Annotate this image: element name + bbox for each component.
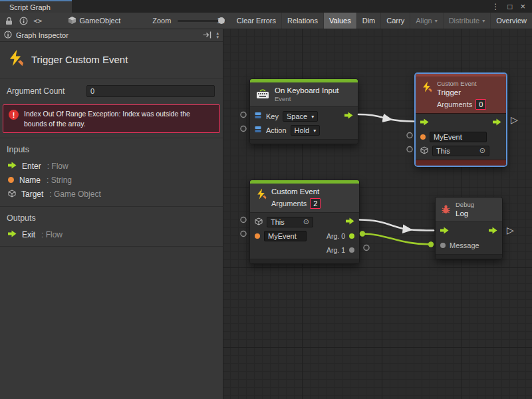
arguments-label: Arguments: [271, 200, 307, 207]
scroll-down-icon[interactable]: ▾: [216, 35, 219, 39]
values-button[interactable]: Values: [323, 13, 356, 29]
gameobject-port-icon: [420, 146, 428, 156]
action-dropdown[interactable]: Hold ▾: [291, 125, 321, 136]
flow-out-port[interactable]: [344, 112, 353, 120]
carry-label: Carry: [386, 17, 404, 25]
graph-inspector-panel: Graph Inspector ▴ ▾ Trigger Custom Event…: [0, 29, 223, 399]
key-value: Space: [287, 112, 307, 120]
wire-arg0-to-message[interactable]: [362, 234, 431, 245]
input-item-target: Target : Game Object: [0, 187, 223, 201]
maximize-icon[interactable]: □: [507, 3, 512, 11]
panel-scroll-spinner[interactable]: ▴ ▾: [216, 31, 219, 39]
flow-in-port[interactable]: [440, 227, 449, 235]
wire-keyboard-to-trigger[interactable]: [358, 114, 414, 122]
message-port-icon: [440, 243, 446, 248]
node-header: Custom Event Trigger Arguments 0: [416, 76, 506, 114]
action-row: Action Hold ▾: [250, 123, 358, 137]
arg0-label: Arg. 0: [327, 232, 345, 240]
unit-title-block: Trigger Custom Event: [0, 42, 223, 78]
gameobject-port-icon: [8, 190, 16, 200]
string-port-icon: [8, 177, 14, 183]
graph-canvas[interactable]: On Keyboard Input Event Key Space ▾: [223, 29, 532, 399]
dim-label: Dim: [362, 17, 376, 25]
node-header: On Keyboard Input Event: [250, 82, 358, 107]
tab-script-graph[interactable]: Script Graph: [0, 0, 72, 13]
unity-window: Script Graph ⋮ □ × <> GameObject Zoom 1x: [0, 0, 532, 399]
inspect-icon[interactable]: [19, 13, 28, 29]
close-icon[interactable]: ×: [520, 2, 525, 11]
input-item-name: Name : String: [0, 173, 223, 187]
node-body: Key Space ▾ Action Hold ▾: [250, 107, 358, 139]
object-picker-icon[interactable]: ⊙: [303, 217, 309, 226]
string-port-icon: [255, 233, 260, 239]
trigger-name-port-circle[interactable]: [407, 133, 412, 138]
arg0-port[interactable]: [349, 233, 354, 239]
flow-out-port[interactable]: [489, 227, 497, 235]
node-on-keyboard-input[interactable]: On Keyboard Input Event Key Space ▾: [249, 78, 358, 144]
custom-event-bolt-icon: [7, 49, 24, 69]
argument-count-input[interactable]: [86, 85, 215, 97]
carry-button[interactable]: Carry: [380, 13, 410, 29]
key-dropdown[interactable]: Space ▾: [283, 111, 318, 122]
error-icon: !: [9, 110, 19, 120]
info-icon: [4, 31, 12, 40]
error-message-text: Index Out Of Range Exception: Index was …: [24, 108, 214, 128]
gameobject-selector[interactable]: GameObject: [68, 16, 121, 26]
graph-inspector-header: Graph Inspector ▴ ▾: [0, 29, 223, 42]
node-trigger-custom-event[interactable]: Custom Event Trigger Arguments 0: [415, 73, 507, 166]
myevent-port-circle[interactable]: [241, 231, 246, 237]
error-message-box: ! Index Out Of Range Exception: Index wa…: [3, 104, 220, 133]
node-subtitle: Event: [275, 95, 339, 103]
align-label: Align: [416, 17, 432, 25]
dock-icon[interactable]: [203, 31, 211, 40]
object-picker-icon[interactable]: ⊙: [479, 146, 485, 155]
code-view-icon[interactable]: <>: [33, 13, 43, 29]
target-value: This: [436, 147, 450, 155]
zoom-slider[interactable]: [178, 13, 210, 29]
flow-in-port[interactable]: [420, 118, 429, 127]
action-port-circle[interactable]: [241, 126, 246, 132]
arg0-wire-dot[interactable]: [360, 231, 365, 236]
window-controls: ⋮ □ ×: [491, 0, 532, 13]
overview-button[interactable]: Overview: [490, 13, 532, 29]
node-custom-event[interactable]: Custom Event Arguments 2 This ⊙: [249, 180, 360, 264]
values-label: Values: [329, 17, 351, 25]
menu-icon[interactable]: ⋮: [491, 3, 499, 11]
event-name-row: [416, 130, 506, 144]
wire-customevent-to-debug[interactable]: [360, 220, 434, 231]
flow-out-port[interactable]: [346, 217, 354, 226]
relations-button[interactable]: Relations: [281, 13, 323, 29]
event-name-input[interactable]: [430, 132, 487, 142]
zoom-slider-thumb[interactable]: [218, 17, 225, 24]
clear-errors-button[interactable]: Clear Errors: [231, 13, 281, 29]
arguments-count-badge[interactable]: 0: [475, 99, 486, 110]
align-button[interactable]: Align▾: [410, 13, 442, 29]
action-value: Hold: [295, 126, 310, 134]
node-header: Custom Event Arguments 2: [250, 184, 359, 213]
node-debug-log[interactable]: Debug Log Message: [435, 197, 503, 259]
custom-event-bolt-icon: [421, 81, 432, 94]
play-icon[interactable]: ▷: [511, 115, 518, 124]
this-port-circle[interactable]: [241, 217, 246, 223]
play-icon[interactable]: ▷: [507, 225, 514, 235]
arguments-label: Arguments: [437, 100, 472, 108]
trigger-target-port-circle[interactable]: [407, 147, 412, 152]
node-body: This ⊙: [416, 114, 506, 160]
output-name: Exit: [22, 230, 35, 239]
message-wire-dot[interactable]: [428, 241, 434, 247]
key-port-circle[interactable]: [241, 112, 246, 118]
lock-icon[interactable]: [5, 13, 13, 29]
distribute-button[interactable]: Distribute▾: [443, 13, 490, 29]
arg1-port[interactable]: [349, 247, 354, 253]
input-name: Target: [21, 190, 43, 199]
arguments-count-badge[interactable]: 2: [310, 198, 321, 209]
target-object-field[interactable]: This ⊙: [267, 217, 313, 227]
target-object-field[interactable]: This ⊙: [432, 146, 489, 156]
flow-out-port[interactable]: [493, 118, 501, 127]
custom-event-bolt-icon: [255, 188, 267, 201]
arg1-port-circle[interactable]: [364, 245, 369, 251]
node-category: Debug: [456, 201, 474, 209]
target-value: This: [271, 218, 285, 226]
dim-button[interactable]: Dim: [356, 13, 381, 29]
event-name-input[interactable]: [264, 231, 307, 241]
